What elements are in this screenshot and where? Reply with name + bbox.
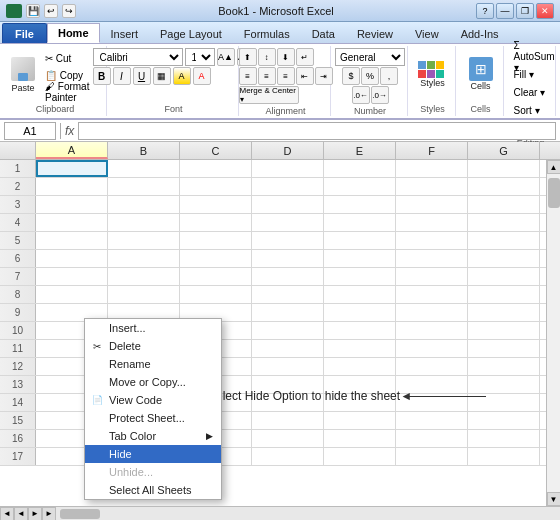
- indent-less-btn[interactable]: ⇤: [296, 67, 314, 85]
- ctx-move-copy[interactable]: Move or Copy...: [85, 373, 221, 391]
- clipboard-label: Clipboard: [36, 104, 75, 114]
- cell-A1[interactable]: [36, 160, 108, 177]
- tab-file[interactable]: File: [2, 23, 47, 43]
- ctx-protect-sheet[interactable]: Protect Sheet...: [85, 409, 221, 427]
- fill-button[interactable]: Fill ▾: [509, 66, 553, 82]
- cell-B1[interactable]: [108, 160, 180, 177]
- scroll-right-btn[interactable]: ►: [42, 507, 56, 521]
- align-right-btn[interactable]: ≡: [277, 67, 295, 85]
- comma-btn[interactable]: ,: [380, 67, 398, 85]
- indent-more-btn[interactable]: ⇥: [315, 67, 333, 85]
- quick-save-btn[interactable]: 💾: [26, 4, 40, 18]
- tab-add-ins[interactable]: Add-Ins: [450, 23, 510, 43]
- cells-button[interactable]: ⊞ Cells: [459, 48, 503, 100]
- align-center-btn[interactable]: ≡: [258, 67, 276, 85]
- border-button[interactable]: ▦: [153, 67, 171, 85]
- tab-view[interactable]: View: [404, 23, 450, 43]
- col-header-H[interactable]: H: [540, 142, 560, 159]
- tab-home[interactable]: Home: [47, 23, 100, 43]
- col-header-E[interactable]: E: [324, 142, 396, 159]
- annotation-text: Select Hide Option to hide the sheet: [208, 389, 400, 403]
- table-row: 1: [0, 160, 560, 178]
- cell-reference-box[interactable]: [4, 122, 56, 140]
- scroll-left-btn2[interactable]: ◄: [14, 507, 28, 521]
- table-row: 6: [0, 250, 560, 268]
- formula-input[interactable]: [78, 122, 556, 140]
- cells-group-label: Cells: [470, 104, 490, 114]
- sigma-button[interactable]: Σ AutoSum ▾: [509, 48, 553, 64]
- ctx-select-all-sheets[interactable]: Select All Sheets: [85, 481, 221, 499]
- wrap-text-btn[interactable]: ↵: [296, 48, 314, 66]
- help-btn[interactable]: ?: [476, 3, 494, 19]
- align-top-btn[interactable]: ⬆: [239, 48, 257, 66]
- styles-button[interactable]: Styles: [411, 48, 455, 100]
- scroll-up-btn[interactable]: ▲: [547, 160, 561, 174]
- ctx-view-code-icon: 📄: [89, 393, 105, 407]
- align-middle-btn[interactable]: ↕: [258, 48, 276, 66]
- align-bottom-btn[interactable]: ⬇: [277, 48, 295, 66]
- col-header-D[interactable]: D: [252, 142, 324, 159]
- table-row: 3: [0, 196, 560, 214]
- currency-btn[interactable]: $: [342, 67, 360, 85]
- scroll-right-btn2[interactable]: ►: [28, 507, 42, 521]
- cell-D1[interactable]: [252, 160, 324, 177]
- increase-decimal-btn[interactable]: .0→: [371, 86, 389, 104]
- scroll-hthumb[interactable]: [60, 509, 100, 519]
- col-header-B[interactable]: B: [108, 142, 180, 159]
- merge-btn[interactable]: Merge & Center ▾: [239, 86, 299, 104]
- tab-page-layout[interactable]: Page Layout: [149, 23, 233, 43]
- number-format-select[interactable]: General: [335, 48, 405, 66]
- col-header-C[interactable]: C: [180, 142, 252, 159]
- title-bar-left: 💾 ↩ ↪: [6, 4, 76, 18]
- ctx-insert[interactable]: Insert...: [85, 319, 221, 337]
- cell-G1[interactable]: [468, 160, 540, 177]
- bold-button[interactable]: B: [93, 67, 111, 85]
- increase-font-btn[interactable]: A▲: [217, 48, 235, 66]
- scroll-thumb[interactable]: [548, 178, 560, 208]
- font-family-select[interactable]: Calibri: [93, 48, 183, 66]
- ctx-hide-label: Hide: [109, 448, 132, 460]
- scroll-down-btn[interactable]: ▼: [547, 492, 561, 506]
- alignment-label: Alignment: [265, 106, 305, 116]
- underline-button[interactable]: U: [133, 67, 151, 85]
- percent-btn[interactable]: %: [361, 67, 379, 85]
- tab-insert[interactable]: Insert: [100, 23, 150, 43]
- font-size-select[interactable]: 11: [185, 48, 215, 66]
- tab-data[interactable]: Data: [301, 23, 346, 43]
- ctx-view-code[interactable]: 📄 View Code: [85, 391, 221, 409]
- quick-redo-btn[interactable]: ↪: [62, 4, 76, 18]
- col-header-G[interactable]: G: [468, 142, 540, 159]
- grid-container: 1 2 3 4 5 6 7 8 9 10 11 12 13 14 15 16 1…: [0, 160, 560, 506]
- align-left-btn[interactable]: ≡: [239, 67, 257, 85]
- ctx-rename-label: Rename: [109, 358, 151, 370]
- ctx-delete[interactable]: ✂ Delete: [85, 337, 221, 355]
- tab-formulas[interactable]: Formulas: [233, 23, 301, 43]
- cell-F1[interactable]: [396, 160, 468, 177]
- ctx-hide[interactable]: Hide: [85, 445, 221, 463]
- ctx-select-all-sheets-label: Select All Sheets: [109, 484, 192, 496]
- sort-button[interactable]: Sort ▾: [509, 102, 553, 118]
- ribbon-group-number: General $ % , .0← .0→ Number: [333, 46, 408, 116]
- paste-button[interactable]: Paste: [8, 49, 38, 101]
- cell-E1[interactable]: [324, 160, 396, 177]
- ctx-tab-color[interactable]: Tab Color ▶: [85, 427, 221, 445]
- ctx-rename[interactable]: Rename: [85, 355, 221, 373]
- col-header-F[interactable]: F: [396, 142, 468, 159]
- col-header-A[interactable]: A: [36, 142, 108, 159]
- quick-undo-btn[interactable]: ↩: [44, 4, 58, 18]
- restore-btn[interactable]: ❐: [516, 3, 534, 19]
- close-btn[interactable]: ✕: [536, 3, 554, 19]
- clear-button[interactable]: Clear ▾: [509, 84, 553, 100]
- scroll-left-btn[interactable]: ◄: [0, 507, 14, 521]
- font-color-btn[interactable]: A: [193, 67, 211, 85]
- cell-C1[interactable]: [180, 160, 252, 177]
- table-row: 4: [0, 214, 560, 232]
- annotation-arrowhead: ◄: [400, 389, 412, 403]
- fill-color-btn[interactable]: A: [173, 67, 191, 85]
- tab-review[interactable]: Review: [346, 23, 404, 43]
- ribbon-group-editing: Σ AutoSum ▾ Fill ▾ Clear ▾ Sort ▾ Find ▾…: [506, 46, 556, 116]
- decrease-decimal-btn[interactable]: .0←: [352, 86, 370, 104]
- italic-button[interactable]: I: [113, 67, 131, 85]
- right-scrollbar[interactable]: ▲ ▼: [546, 160, 560, 506]
- minimize-btn[interactable]: —: [496, 3, 514, 19]
